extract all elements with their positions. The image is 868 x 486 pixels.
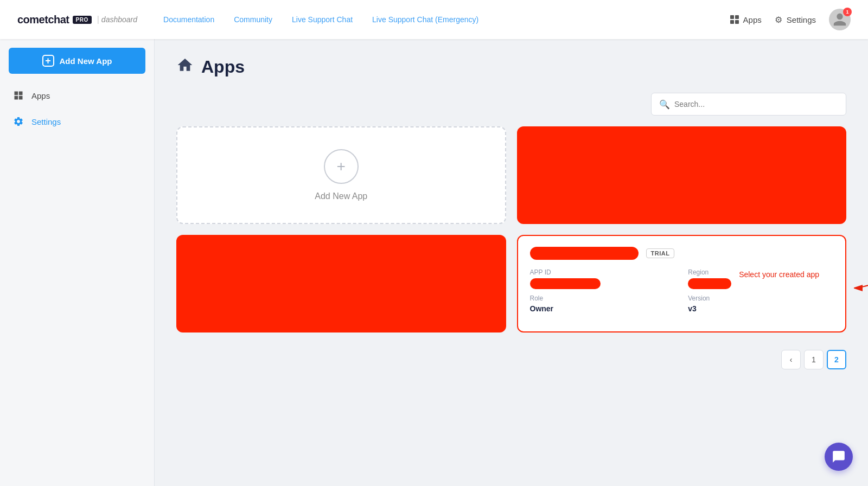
main-layout: + Add New App Apps Settings: [0, 39, 868, 486]
page-2-button[interactable]: 2: [827, 350, 846, 369]
region-field: Region: [688, 268, 833, 289]
home-icon: [176, 56, 194, 78]
region-value-bar: [688, 278, 731, 289]
nav-link-live-support-emergency[interactable]: Live Support Chat (Emergency): [372, 15, 478, 24]
sidebar: + Add New App Apps Settings: [0, 39, 155, 486]
apps-grid-icon: [730, 15, 739, 24]
app-card-red-1[interactable]: [517, 126, 847, 224]
app-id-label: APP ID: [530, 268, 675, 276]
annotation-arrow-wrap: [851, 272, 868, 296]
apps-nav-button[interactable]: Apps: [730, 15, 762, 24]
nav-link-documentation[interactable]: Documentation: [163, 15, 214, 24]
sidebar-item-settings[interactable]: Settings: [0, 108, 154, 135]
search-bar[interactable]: 🔍: [651, 93, 846, 116]
sidebar-item-apps[interactable]: Apps: [0, 82, 154, 108]
separator: |: [97, 15, 99, 24]
sidebar-item-settings-label: Settings: [31, 117, 61, 126]
settings-icon: [13, 116, 24, 127]
main-content: Apps 🔍 + Add New App: [155, 39, 868, 486]
settings-nav-button[interactable]: ⚙ Settings: [775, 15, 816, 25]
add-app-card[interactable]: + Add New App: [176, 126, 506, 224]
app-id-value-bar: [530, 278, 601, 289]
sidebar-item-apps-label: Apps: [31, 91, 50, 100]
notification-badge: 1: [843, 8, 852, 16]
nav-right: Apps ⚙ Settings 1: [730, 9, 851, 30]
search-input[interactable]: [674, 100, 838, 108]
app-card-red-2[interactable]: [176, 235, 506, 332]
add-app-label: Add New App: [315, 191, 367, 201]
prev-page-button[interactable]: ‹: [781, 350, 801, 369]
pagination: ‹ 1 2: [176, 350, 846, 369]
version-field: Version v3: [688, 295, 833, 313]
top-navigation: cometchat PRO | dashboard Documentation …: [0, 0, 868, 39]
search-icon: 🔍: [659, 99, 670, 110]
add-app-circle-icon: +: [324, 149, 359, 184]
page-header: Apps: [176, 56, 846, 78]
role-label: Role: [530, 295, 675, 302]
version-label: Version: [688, 295, 833, 302]
plus-icon: +: [42, 55, 54, 67]
add-new-app-sidebar-button[interactable]: + Add New App: [9, 48, 145, 74]
page-title: Apps: [201, 57, 245, 77]
apps-nav-label: Apps: [743, 15, 762, 24]
add-plus-icon: +: [337, 158, 346, 175]
app-id-field: APP ID: [530, 268, 675, 289]
nav-link-community[interactable]: Community: [234, 15, 272, 24]
sidebar-nav: Apps Settings: [0, 82, 154, 135]
apps-grid: + Add New App Select your created app: [176, 126, 846, 332]
detail-card-wrap: Select your created app: [517, 235, 847, 332]
nav-links: Documentation Community Live Support Cha…: [163, 15, 730, 24]
brand-name: cometchat: [17, 14, 69, 26]
pro-badge: PRO: [73, 16, 92, 24]
logo-area: cometchat PRO | dashboard: [17, 14, 137, 26]
trial-badge: TRIAL: [646, 248, 675, 258]
search-bar-wrap: 🔍: [176, 93, 846, 116]
version-value: v3: [688, 304, 833, 313]
gear-icon: ⚙: [775, 15, 782, 25]
page-1-button[interactable]: 1: [804, 350, 824, 369]
role-value: Owner: [530, 304, 675, 313]
avatar-button[interactable]: 1: [829, 9, 851, 30]
role-field: Role Owner: [530, 295, 675, 313]
app-name-bar: [530, 247, 639, 260]
settings-nav-label: Settings: [787, 15, 816, 24]
chat-widget-button[interactable]: [825, 443, 853, 471]
detail-fields: APP ID Region Role Owner Version: [530, 268, 834, 313]
apps-icon: [13, 90, 24, 101]
dashboard-label: dashboard: [101, 15, 137, 24]
nav-link-live-support[interactable]: Live Support Chat: [292, 15, 353, 24]
chat-widget-icon: [832, 450, 846, 464]
app-card-detail[interactable]: TRIAL APP ID Region Role O: [517, 235, 847, 332]
detail-card-header: TRIAL: [530, 247, 834, 260]
region-label: Region: [688, 268, 833, 276]
annotation-arrow-icon: [851, 272, 868, 293]
add-new-label: Add New App: [60, 56, 112, 66]
